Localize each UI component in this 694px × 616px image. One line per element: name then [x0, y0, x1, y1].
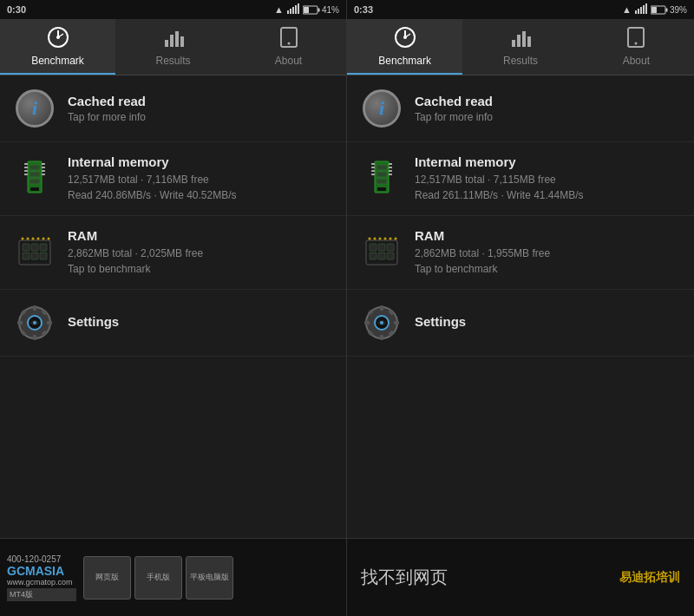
- svg-rect-3: [295, 5, 297, 14]
- tab-about[interactable]: About: [231, 19, 346, 75]
- list-item-cached-read[interactable]: iCached readTap for more info: [347, 75, 694, 142]
- chinese-text: 找不到网页: [361, 566, 448, 589]
- item-title-internal-memory: Internal memory: [68, 154, 332, 169]
- svg-rect-81: [389, 170, 392, 172]
- svg-rect-28: [42, 174, 45, 175]
- tab-about[interactable]: About: [579, 19, 694, 75]
- status-bar: 0:33 ▲ 39%: [347, 0, 694, 19]
- svg-point-95: [395, 238, 397, 240]
- battery-percent: 41%: [322, 5, 339, 15]
- content-area: iCached readTap for more info Internal m…: [0, 75, 346, 538]
- svg-rect-0: [287, 10, 289, 14]
- item-text-internal-memory: Internal memory12,517MB total · 7,116MB …: [68, 154, 332, 203]
- phone-panel-left: 0:30 ▲ 41% BenchmarkResultsAboutiCached …: [0, 0, 347, 616]
- item-text-settings: Settings: [415, 314, 680, 331]
- phone-panel-right: 0:33 ▲ 39% BenchmarkResultsAboutiCached …: [347, 0, 694, 616]
- list-item-ram[interactable]: RAM2,862MB total · 2,025MB freeTap to be…: [0, 216, 346, 290]
- svg-rect-66: [522, 31, 526, 47]
- svg-rect-65: [517, 35, 520, 47]
- item-line1-ram: 2,862MB total · 2,025MB free: [68, 246, 332, 261]
- svg-rect-89: [387, 252, 394, 259]
- svg-rect-103: [394, 321, 399, 324]
- svg-rect-18: [29, 165, 40, 170]
- svg-point-38: [32, 238, 35, 240]
- svg-point-69: [635, 42, 638, 44]
- signal-icon: [635, 3, 647, 16]
- svg-rect-58: [645, 3, 647, 14]
- svg-point-91: [374, 238, 376, 240]
- signal-icon: [287, 3, 299, 16]
- svg-rect-2: [292, 7, 294, 14]
- list-item-cached-read[interactable]: iCached readTap for more info: [0, 75, 346, 142]
- svg-rect-77: [371, 170, 375, 172]
- tab-results[interactable]: Results: [115, 19, 231, 75]
- item-title-settings: Settings: [68, 314, 332, 329]
- ad-icon-row: 网页版手机版平板电脑版: [83, 556, 233, 600]
- svg-point-92: [379, 238, 382, 240]
- svg-rect-4: [298, 3, 299, 14]
- svg-rect-67: [527, 36, 531, 47]
- item-line1-internal-memory: 12,517MB total · 7,115MB free: [415, 172, 680, 187]
- item-text-ram: RAM2,862MB total · 1,955MB freeTap to be…: [415, 228, 680, 277]
- ram-icon: [361, 232, 403, 273]
- gear-icon: [14, 302, 56, 344]
- gear-icon: [361, 302, 403, 344]
- svg-rect-49: [47, 321, 52, 324]
- tab-icon-results: [162, 26, 185, 51]
- item-line1-ram: 2,862MB total · 1,955MB free: [415, 246, 680, 261]
- ad-icon-0: 网页版: [83, 556, 131, 600]
- svg-rect-64: [512, 40, 515, 47]
- info-icon: i: [361, 88, 403, 129]
- svg-rect-79: [389, 163, 392, 165]
- svg-rect-48: [17, 321, 23, 324]
- item-line2-internal-memory: Read 261.11MB/s · Write 41.44MB/s: [415, 187, 680, 203]
- battery-icon: 41%: [303, 5, 339, 15]
- item-text-ram: RAM2,862MB total · 2,025MB freeTap to be…: [68, 228, 332, 277]
- ad-site: www.gcmatop.com: [7, 578, 76, 587]
- list-item-settings[interactable]: Settings: [347, 290, 694, 357]
- ad-brand: GCMASIA: [7, 564, 76, 578]
- tab-benchmark[interactable]: Benchmark: [347, 19, 462, 75]
- status-icons: ▲ 39%: [622, 3, 687, 16]
- svg-rect-26: [42, 167, 45, 168]
- svg-rect-57: [643, 5, 645, 14]
- tab-label-results: Results: [155, 55, 190, 67]
- memory-icon: [361, 158, 403, 200]
- list-item-internal-memory[interactable]: Internal memory12,517MB total · 7,115MB …: [347, 142, 694, 216]
- svg-point-15: [287, 42, 290, 44]
- svg-rect-86: [387, 244, 394, 251]
- tab-label-about: About: [623, 55, 650, 67]
- tab-icon-about: [278, 26, 300, 51]
- tab-icon-benchmark: [394, 26, 416, 51]
- tab-results[interactable]: Results: [462, 19, 578, 75]
- wifi-icon: ▲: [622, 4, 632, 15]
- tab-benchmark[interactable]: Benchmark: [0, 19, 115, 75]
- battery-icon: 39%: [651, 5, 687, 15]
- ad-icon-2: 平板电脑版: [186, 556, 233, 600]
- svg-rect-71: [377, 187, 386, 191]
- tab-label-results: Results: [503, 55, 538, 67]
- svg-point-41: [48, 238, 50, 240]
- list-item-internal-memory[interactable]: Internal memory12,517MB total · 7,116MB …: [0, 142, 346, 216]
- memory-icon: [14, 158, 56, 200]
- svg-rect-85: [378, 244, 385, 251]
- svg-rect-21: [24, 163, 28, 165]
- svg-rect-12: [175, 31, 179, 47]
- svg-rect-55: [638, 9, 639, 14]
- svg-point-40: [43, 238, 45, 240]
- item-line2-internal-memory: Read 240.86MB/s · Write 40.52MB/s: [68, 187, 332, 203]
- svg-rect-75: [371, 163, 375, 165]
- list-item-settings[interactable]: Settings: [0, 290, 346, 357]
- svg-rect-80: [389, 167, 392, 168]
- svg-rect-47: [33, 335, 36, 340]
- bottom-bar: 找不到网页 易迪拓培训: [347, 538, 694, 616]
- svg-rect-30: [23, 244, 29, 251]
- tab-label-about: About: [275, 55, 302, 67]
- ad-icon-1: 手机版: [134, 556, 182, 600]
- item-text-internal-memory: Internal memory12,517MB total · 7,115MB …: [415, 154, 680, 203]
- svg-rect-76: [371, 167, 375, 168]
- list-item-ram[interactable]: RAM2,862MB total · 1,955MB freeTap to be…: [347, 216, 694, 290]
- svg-rect-46: [33, 305, 36, 311]
- svg-rect-101: [380, 335, 383, 340]
- tab-label-benchmark: Benchmark: [31, 55, 84, 67]
